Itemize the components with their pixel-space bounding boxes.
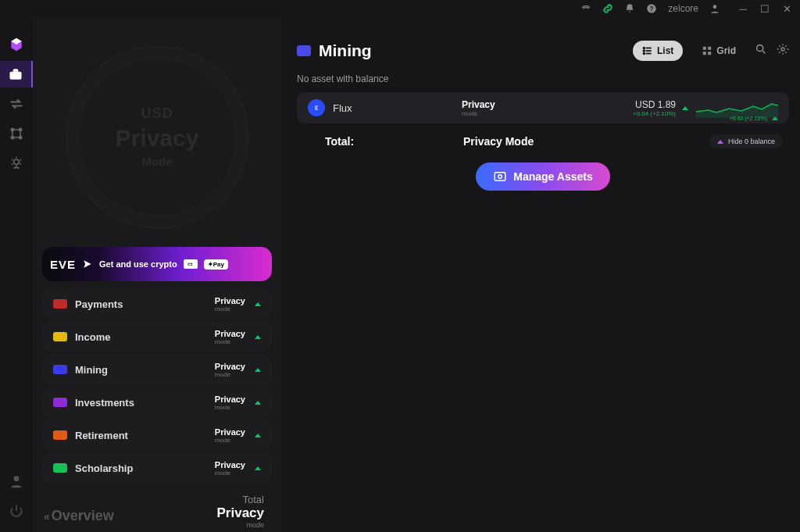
svg-point-15 xyxy=(643,48,645,49)
total-label: Total: xyxy=(303,135,463,148)
up-triangle-icon xyxy=(682,106,688,110)
category-name: Mining xyxy=(75,364,215,376)
eve-brand: EVE xyxy=(50,258,76,271)
rail-portfolio[interactable] xyxy=(0,61,33,87)
up-triangle-icon xyxy=(255,368,261,372)
category-mode: mode xyxy=(215,470,245,477)
wallet-icon xyxy=(53,463,67,473)
manage-icon xyxy=(493,170,507,184)
category-mode: mode xyxy=(215,437,245,444)
svg-point-22 xyxy=(757,45,763,52)
category-mode: mode xyxy=(215,305,245,312)
category-privacy: Privacy xyxy=(215,329,245,338)
page-title: Mining xyxy=(319,41,633,60)
category-payments[interactable]: PaymentsPrivacymode xyxy=(42,289,272,319)
category-name: Payments xyxy=(75,298,215,310)
asset-delta: +0.04 (+2.10%) xyxy=(633,110,676,117)
category-retirement[interactable]: RetirementPrivacymode xyxy=(42,420,272,450)
svg-point-6 xyxy=(11,128,15,132)
svg-rect-20 xyxy=(703,52,706,55)
gear-icon[interactable] xyxy=(777,43,789,59)
credit-card-icon: ▭ xyxy=(184,259,198,269)
svg-point-9 xyxy=(19,136,23,140)
titlebar: ? zelcore ─ ☐ ✕ xyxy=(0,0,800,17)
rail-power[interactable] xyxy=(0,498,33,524)
svg-point-11 xyxy=(14,476,20,481)
list-icon xyxy=(642,45,653,56)
svg-point-2 xyxy=(713,5,717,9)
category-scholarship[interactable]: ScholarshipPrivacymode xyxy=(42,453,272,483)
category-privacy: Privacy xyxy=(215,296,245,305)
category-name: Retirement xyxy=(75,430,215,441)
walletconnect-icon[interactable] xyxy=(580,3,591,14)
no-asset-text: No asset with balance xyxy=(297,73,789,84)
eve-text: Get and use crypto xyxy=(99,259,177,269)
eve-arrow-icon xyxy=(82,259,93,270)
asset-usd: USD 1.89 xyxy=(633,99,676,110)
flux-icon xyxy=(308,99,325,116)
category-mode: mode xyxy=(215,371,245,378)
maximize-icon[interactable]: ☐ xyxy=(759,3,770,14)
category-mode: mode xyxy=(215,338,245,345)
hide-zero-button[interactable]: Hide 0 balance xyxy=(709,134,783,148)
category-name: Income xyxy=(75,331,215,343)
svg-rect-21 xyxy=(708,52,711,55)
up-triangle-icon xyxy=(255,401,261,405)
avatar-icon[interactable] xyxy=(709,3,720,14)
sidebar-total: Total Privacy mode xyxy=(217,487,276,532)
category-privacy: Privacy xyxy=(215,395,245,404)
search-icon[interactable] xyxy=(755,43,767,59)
ring-line1: USD xyxy=(116,105,199,122)
applepay-badge: ✦Pay xyxy=(204,259,228,270)
close-icon[interactable]: ✕ xyxy=(781,3,792,14)
manage-assets-button[interactable]: Manage Assets xyxy=(476,162,609,191)
svg-point-24 xyxy=(781,48,784,51)
rail-swap[interactable] xyxy=(0,91,33,117)
link-icon[interactable] xyxy=(602,3,613,14)
svg-rect-18 xyxy=(703,47,706,50)
ring-line2: Privacy xyxy=(116,125,199,152)
balance-ring: USD Privacy Mode xyxy=(66,45,249,229)
ring-line3: Mode xyxy=(116,155,199,168)
wallet-icon xyxy=(53,398,67,407)
category-name: Scholarship xyxy=(75,462,215,474)
up-triangle-icon xyxy=(255,302,261,306)
overview-link[interactable]: «Overview xyxy=(39,508,114,532)
asset-mode: mode xyxy=(462,110,495,117)
wallet-icon xyxy=(53,430,67,440)
minimize-icon[interactable]: ─ xyxy=(738,3,748,14)
bell-icon[interactable] xyxy=(624,3,635,14)
rail-profile[interactable] xyxy=(0,468,33,495)
svg-point-27 xyxy=(498,175,502,179)
wallet-icon xyxy=(53,299,67,309)
sparkline: +0.04 (+2.10%) xyxy=(696,98,778,118)
view-grid-button[interactable]: Grid xyxy=(692,41,745,61)
category-privacy: Privacy xyxy=(215,460,245,470)
svg-point-16 xyxy=(643,50,645,52)
category-name: Investments xyxy=(75,397,215,409)
eve-banner[interactable]: EVE Get and use crypto ▭ ✦Pay xyxy=(42,247,272,281)
help-icon[interactable]: ? xyxy=(646,3,657,14)
category-mining[interactable]: MiningPrivacymode xyxy=(42,355,272,384)
asset-privacy: Privacy xyxy=(462,99,495,110)
wallet-icon xyxy=(53,332,67,341)
view-list-button[interactable]: List xyxy=(633,41,683,61)
filter-triangle-icon xyxy=(717,140,723,144)
rail-settings[interactable] xyxy=(0,150,33,177)
wallet-icon xyxy=(53,365,67,374)
nav-rail xyxy=(0,17,33,532)
category-mode: mode xyxy=(215,404,245,411)
svg-point-8 xyxy=(11,136,15,140)
svg-rect-19 xyxy=(708,47,711,50)
total-privacy: Privacy Mode xyxy=(463,135,709,148)
rail-apps[interactable] xyxy=(0,120,33,147)
category-investments[interactable]: InvestmentsPrivacymode xyxy=(42,387,272,417)
sidebar: USD Privacy Mode EVE Get and use crypto … xyxy=(33,17,281,532)
category-privacy: Privacy xyxy=(215,362,245,371)
category-color-icon xyxy=(297,45,311,56)
rail-logo[interactable] xyxy=(0,31,33,58)
username[interactable]: zelcore xyxy=(668,3,698,14)
category-income[interactable]: IncomePrivacymode xyxy=(42,322,272,352)
main-panel: Mining List Grid No asset with balance F… xyxy=(281,17,800,532)
asset-row-flux[interactable]: Flux Privacy mode USD 1.89 +0.04 (+2.10%… xyxy=(297,92,789,123)
